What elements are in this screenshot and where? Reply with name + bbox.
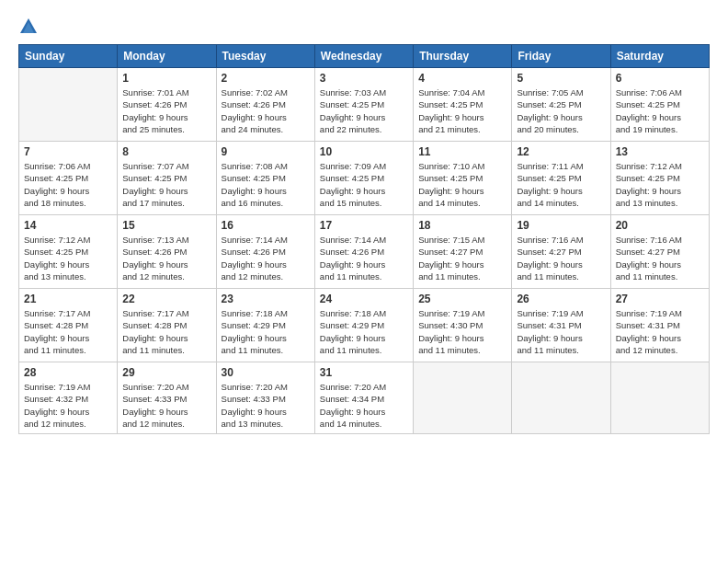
calendar-day-cell: 1Sunrise: 7:01 AM Sunset: 4:26 PM Daylig…	[118, 68, 216, 142]
day-info: Sunrise: 7:08 AM Sunset: 4:25 PM Dayligh…	[222, 160, 310, 209]
day-info: Sunrise: 7:14 AM Sunset: 4:26 PM Dayligh…	[320, 234, 408, 282]
day-number: 28	[24, 366, 112, 379]
logo-icon	[18, 17, 39, 37]
day-number: 26	[517, 293, 605, 305]
day-number: 17	[320, 219, 408, 232]
calendar-day-cell: 10Sunrise: 7:09 AM Sunset: 4:25 PM Dayli…	[314, 142, 413, 215]
calendar-day-cell: 8Sunrise: 7:07 AM Sunset: 4:25 PM Daylig…	[118, 142, 216, 215]
day-number: 21	[24, 293, 112, 305]
logo	[18, 17, 42, 37]
day-info: Sunrise: 7:17 AM Sunset: 4:28 PM Dayligh…	[24, 307, 112, 356]
day-info: Sunrise: 7:13 AM Sunset: 4:26 PM Dayligh…	[122, 234, 210, 282]
calendar-day-cell	[512, 362, 610, 434]
day-number: 30	[222, 366, 310, 379]
day-number: 14	[24, 219, 112, 232]
day-number: 7	[24, 145, 112, 158]
day-info: Sunrise: 7:03 AM Sunset: 4:25 PM Dayligh…	[320, 86, 408, 135]
day-info: Sunrise: 7:05 AM Sunset: 4:25 PM Dayligh…	[517, 86, 605, 135]
calendar-day-cell: 6Sunrise: 7:06 AM Sunset: 4:25 PM Daylig…	[610, 68, 709, 142]
day-number: 11	[418, 145, 506, 158]
calendar-day-cell	[19, 68, 118, 142]
weekday-header: Thursday	[414, 45, 512, 68]
calendar-day-cell: 7Sunrise: 7:06 AM Sunset: 4:25 PM Daylig…	[19, 142, 118, 215]
calendar-week-row: 1Sunrise: 7:01 AM Sunset: 4:26 PM Daylig…	[19, 68, 710, 142]
day-number: 5	[517, 72, 605, 85]
day-number: 24	[320, 293, 408, 305]
day-number: 18	[418, 219, 506, 232]
day-info: Sunrise: 7:11 AM Sunset: 4:25 PM Dayligh…	[517, 160, 605, 209]
calendar-day-cell: 18Sunrise: 7:15 AM Sunset: 4:27 PM Dayli…	[414, 215, 512, 289]
day-info: Sunrise: 7:09 AM Sunset: 4:25 PM Dayligh…	[320, 160, 408, 209]
weekday-header: Friday	[512, 45, 610, 68]
day-info: Sunrise: 7:07 AM Sunset: 4:25 PM Dayligh…	[122, 160, 210, 209]
day-info: Sunrise: 7:12 AM Sunset: 4:25 PM Dayligh…	[616, 160, 704, 209]
day-info: Sunrise: 7:06 AM Sunset: 4:25 PM Dayligh…	[24, 160, 112, 209]
day-info: Sunrise: 7:20 AM Sunset: 4:34 PM Dayligh…	[320, 381, 408, 430]
day-number: 23	[222, 293, 310, 305]
day-info: Sunrise: 7:20 AM Sunset: 4:33 PM Dayligh…	[122, 381, 210, 430]
day-info: Sunrise: 7:10 AM Sunset: 4:25 PM Dayligh…	[418, 160, 506, 209]
calendar-day-cell: 3Sunrise: 7:03 AM Sunset: 4:25 PM Daylig…	[314, 68, 413, 142]
calendar-day-cell: 23Sunrise: 7:18 AM Sunset: 4:29 PM Dayli…	[216, 289, 314, 362]
day-info: Sunrise: 7:15 AM Sunset: 4:27 PM Dayligh…	[418, 234, 506, 282]
day-info: Sunrise: 7:16 AM Sunset: 4:27 PM Dayligh…	[616, 234, 704, 282]
day-number: 4	[418, 72, 506, 85]
weekday-header: Saturday	[610, 45, 709, 68]
day-number: 12	[517, 145, 605, 158]
calendar-day-cell: 28Sunrise: 7:19 AM Sunset: 4:32 PM Dayli…	[19, 362, 118, 434]
day-info: Sunrise: 7:19 AM Sunset: 4:31 PM Dayligh…	[517, 307, 605, 356]
calendar-day-cell: 4Sunrise: 7:04 AM Sunset: 4:25 PM Daylig…	[414, 68, 512, 142]
day-number: 16	[222, 219, 310, 232]
calendar-week-row: 28Sunrise: 7:19 AM Sunset: 4:32 PM Dayli…	[19, 362, 710, 434]
day-info: Sunrise: 7:16 AM Sunset: 4:27 PM Dayligh…	[517, 234, 605, 282]
calendar-day-cell	[610, 362, 709, 434]
calendar-day-cell: 12Sunrise: 7:11 AM Sunset: 4:25 PM Dayli…	[512, 142, 610, 215]
calendar-day-cell: 17Sunrise: 7:14 AM Sunset: 4:26 PM Dayli…	[314, 215, 413, 289]
day-info: Sunrise: 7:12 AM Sunset: 4:25 PM Dayligh…	[24, 234, 112, 282]
day-number: 6	[616, 72, 704, 85]
calendar-day-cell: 2Sunrise: 7:02 AM Sunset: 4:26 PM Daylig…	[216, 68, 314, 142]
calendar-day-cell: 22Sunrise: 7:17 AM Sunset: 4:28 PM Dayli…	[118, 289, 216, 362]
day-info: Sunrise: 7:18 AM Sunset: 4:29 PM Dayligh…	[222, 307, 310, 356]
calendar-day-cell: 14Sunrise: 7:12 AM Sunset: 4:25 PM Dayli…	[19, 215, 118, 289]
day-number: 19	[517, 219, 605, 232]
day-info: Sunrise: 7:20 AM Sunset: 4:33 PM Dayligh…	[222, 381, 310, 430]
weekday-header: Tuesday	[216, 45, 314, 68]
calendar-day-cell: 15Sunrise: 7:13 AM Sunset: 4:26 PM Dayli…	[118, 215, 216, 289]
calendar: SundayMondayTuesdayWednesdayThursdayFrid…	[18, 44, 710, 434]
day-info: Sunrise: 7:19 AM Sunset: 4:31 PM Dayligh…	[616, 307, 704, 356]
day-info: Sunrise: 7:19 AM Sunset: 4:30 PM Dayligh…	[418, 307, 506, 356]
calendar-week-row: 21Sunrise: 7:17 AM Sunset: 4:28 PM Dayli…	[19, 289, 710, 362]
calendar-day-cell: 24Sunrise: 7:18 AM Sunset: 4:29 PM Dayli…	[314, 289, 413, 362]
day-number: 22	[122, 293, 210, 305]
calendar-day-cell: 9Sunrise: 7:08 AM Sunset: 4:25 PM Daylig…	[216, 142, 314, 215]
day-number: 20	[616, 219, 704, 232]
calendar-day-cell: 11Sunrise: 7:10 AM Sunset: 4:25 PM Dayli…	[414, 142, 512, 215]
day-number: 9	[222, 145, 310, 158]
page: SundayMondayTuesdayWednesdayThursdayFrid…	[0, 0, 728, 563]
calendar-day-cell	[414, 362, 512, 434]
day-number: 3	[320, 72, 408, 85]
calendar-day-cell: 16Sunrise: 7:14 AM Sunset: 4:26 PM Dayli…	[216, 215, 314, 289]
calendar-day-cell: 30Sunrise: 7:20 AM Sunset: 4:33 PM Dayli…	[216, 362, 314, 434]
day-number: 8	[122, 145, 210, 158]
day-info: Sunrise: 7:18 AM Sunset: 4:29 PM Dayligh…	[320, 307, 408, 356]
day-number: 2	[222, 72, 310, 85]
calendar-day-cell: 19Sunrise: 7:16 AM Sunset: 4:27 PM Dayli…	[512, 215, 610, 289]
day-number: 1	[122, 72, 210, 85]
header	[18, 17, 710, 37]
calendar-week-row: 14Sunrise: 7:12 AM Sunset: 4:25 PM Dayli…	[19, 215, 710, 289]
calendar-day-cell: 13Sunrise: 7:12 AM Sunset: 4:25 PM Dayli…	[610, 142, 709, 215]
day-info: Sunrise: 7:06 AM Sunset: 4:25 PM Dayligh…	[616, 86, 704, 135]
day-info: Sunrise: 7:01 AM Sunset: 4:26 PM Dayligh…	[122, 86, 210, 135]
calendar-day-cell: 20Sunrise: 7:16 AM Sunset: 4:27 PM Dayli…	[610, 215, 709, 289]
calendar-day-cell: 26Sunrise: 7:19 AM Sunset: 4:31 PM Dayli…	[512, 289, 610, 362]
day-number: 29	[122, 366, 210, 379]
day-number: 27	[616, 293, 704, 305]
calendar-day-cell: 31Sunrise: 7:20 AM Sunset: 4:34 PM Dayli…	[314, 362, 413, 434]
calendar-day-cell: 29Sunrise: 7:20 AM Sunset: 4:33 PM Dayli…	[118, 362, 216, 434]
weekday-header: Monday	[118, 45, 216, 68]
day-number: 13	[616, 145, 704, 158]
day-info: Sunrise: 7:19 AM Sunset: 4:32 PM Dayligh…	[24, 381, 112, 430]
calendar-week-row: 7Sunrise: 7:06 AM Sunset: 4:25 PM Daylig…	[19, 142, 710, 215]
